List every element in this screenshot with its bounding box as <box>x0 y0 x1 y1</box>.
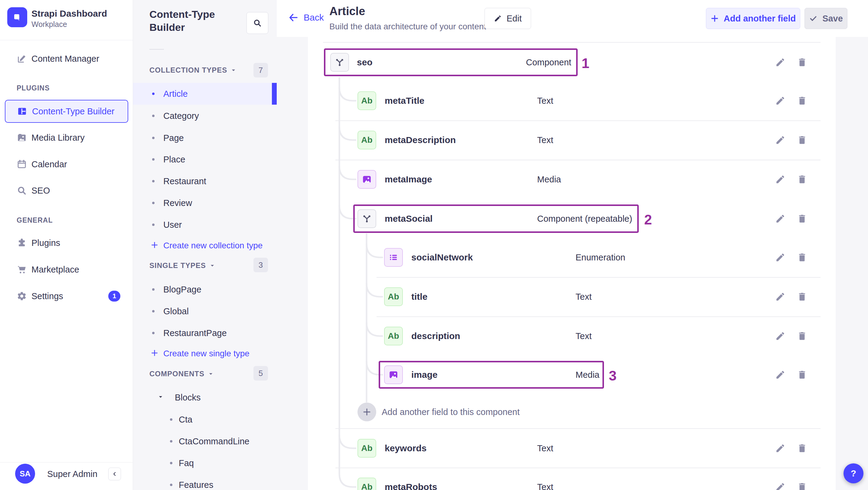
bullet-icon <box>152 180 155 182</box>
trash-icon <box>797 174 807 184</box>
bullet-icon <box>152 202 155 204</box>
media-field-icon <box>384 365 403 384</box>
edit-field-button[interactable] <box>774 173 787 186</box>
bullet-icon <box>170 418 173 421</box>
pencil-icon <box>775 57 785 67</box>
collection-type-article[interactable]: Article <box>133 83 277 105</box>
add-another-field-button[interactable]: Add another field <box>706 8 800 29</box>
delete-field-button[interactable] <box>796 212 809 225</box>
edit-field-button[interactable] <box>774 251 787 264</box>
field-name: metaImage <box>385 174 432 184</box>
collection-type-review[interactable]: Review <box>133 192 277 214</box>
field-name: socialNetwork <box>411 252 473 263</box>
components-header[interactable]: COMPONENTS <box>149 363 214 385</box>
edit-field-button[interactable] <box>774 212 787 225</box>
delete-field-button[interactable] <box>796 94 809 108</box>
collection-type-user[interactable]: User <box>133 214 277 236</box>
delete-field-button[interactable] <box>796 173 809 186</box>
enumeration-field-icon <box>384 248 403 267</box>
collection-type-place[interactable]: Place <box>133 149 277 170</box>
field-name: metaSocial <box>385 214 433 224</box>
pencil-icon <box>775 214 785 224</box>
delete-field-button[interactable] <box>796 56 809 69</box>
sidebar-item-plugins[interactable]: Plugins <box>0 232 133 254</box>
edit-field-button[interactable] <box>774 56 787 69</box>
component-ctacommandline[interactable]: CtaCommandLine <box>133 430 277 452</box>
single-types-header[interactable]: SINGLE TYPES <box>149 255 215 276</box>
delete-field-button[interactable] <box>796 329 809 343</box>
trash-icon <box>797 57 807 67</box>
edit-field-button[interactable] <box>774 133 787 147</box>
component-group-blocks[interactable]: Blocks <box>133 387 277 408</box>
add-field-to-component-row[interactable]: Add another field to this component <box>308 392 836 432</box>
component-faq[interactable]: Faq <box>133 452 277 474</box>
edit-button[interactable]: Edit <box>485 8 531 29</box>
edit-field-button[interactable] <box>774 441 787 455</box>
sidebar-footer-divider <box>0 462 133 462</box>
edit-field-button[interactable] <box>774 329 787 343</box>
user-name: Super Admin <box>47 469 97 479</box>
field-name: seo <box>357 57 373 67</box>
sidebar-item-content-type-builder[interactable]: Content-Type Builder <box>5 100 128 123</box>
text-field-icon: Ab <box>384 327 403 345</box>
delete-field-button[interactable] <box>796 290 809 303</box>
single-type-blogpage[interactable]: BlogPage <box>133 279 277 300</box>
trash-icon <box>797 214 807 224</box>
collection-type-category[interactable]: Category <box>133 105 277 127</box>
field-name: keywords <box>385 443 427 453</box>
collapse-sidebar-button[interactable] <box>108 468 121 480</box>
edit-field-button[interactable] <box>774 290 787 303</box>
component-cta[interactable]: Cta <box>133 409 277 430</box>
delete-field-button[interactable] <box>796 480 809 490</box>
create-new-single-type-link[interactable]: Create new single type <box>133 343 277 365</box>
sidebar-item-content-manager[interactable]: Content Manager <box>0 48 133 69</box>
delete-field-button[interactable] <box>796 133 809 147</box>
field-row-metaimage: metaImage Media <box>308 160 836 199</box>
edit-field-button[interactable] <box>774 480 787 490</box>
trash-icon <box>797 292 807 302</box>
main-sidebar: Strapi Dashboard Workplace Content Manag… <box>0 0 133 490</box>
add-field-plus-button[interactable] <box>358 403 376 421</box>
trash-icon <box>797 443 807 453</box>
page-title: Article <box>329 5 365 18</box>
delete-field-button[interactable] <box>796 441 809 455</box>
collection-type-page[interactable]: Page <box>133 127 277 149</box>
back-link[interactable]: Back <box>288 12 324 23</box>
sidebar-item-seo[interactable]: SEO <box>0 180 133 202</box>
search-button[interactable] <box>247 12 268 34</box>
bullet-icon <box>170 462 173 464</box>
pencil-icon <box>494 14 502 22</box>
field-row-socialnetwork: socialNetwork Enumeration <box>308 238 836 277</box>
component-features[interactable]: Features <box>133 474 277 490</box>
trash-icon <box>797 482 807 490</box>
sidebar-item-media-library[interactable]: Media Library <box>0 127 133 149</box>
chevron-down-icon <box>208 371 214 376</box>
pencil-icon <box>775 96 785 106</box>
help-button[interactable]: ? <box>843 463 864 483</box>
pencil-icon <box>775 370 785 380</box>
sidebar-item-calendar[interactable]: Calendar <box>0 153 133 175</box>
bullet-icon <box>152 223 155 226</box>
sidebar-item-settings[interactable]: Settings 1 <box>0 285 133 307</box>
media-field-icon <box>358 170 376 189</box>
field-name: description <box>411 331 460 341</box>
single-type-global[interactable]: Global <box>133 300 277 322</box>
collection-types-count: 7 <box>253 63 268 78</box>
bullet-icon <box>170 484 173 486</box>
magnifier-icon <box>17 185 27 196</box>
save-button[interactable]: Save <box>805 8 847 29</box>
edit-field-button[interactable] <box>774 94 787 108</box>
single-type-restaurantpage[interactable]: RestaurantPage <box>133 322 277 344</box>
field-row-image: image Media <box>308 355 836 394</box>
collection-types-header[interactable]: COLLECTION TYPES <box>149 59 236 81</box>
user-avatar[interactable]: SA <box>15 464 35 484</box>
field-name: metaTitle <box>385 96 424 106</box>
sidebar-item-marketplace[interactable]: Marketplace <box>0 258 133 280</box>
field-row-description: Ab description Text <box>308 316 836 356</box>
delete-field-button[interactable] <box>796 368 809 381</box>
delete-field-button[interactable] <box>796 251 809 264</box>
edit-field-button[interactable] <box>774 368 787 381</box>
collection-type-restaurant[interactable]: Restaurant <box>133 170 277 192</box>
create-new-collection-type-link[interactable]: Create new collection type <box>133 235 277 256</box>
sidebar-section-plugins: PLUGINS <box>17 84 50 92</box>
